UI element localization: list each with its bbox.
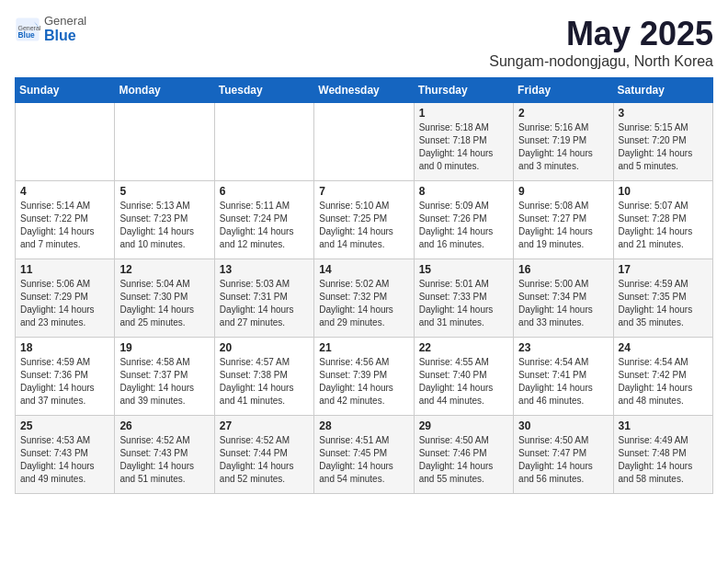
cell-text: Daylight: 14 hours and 35 minutes.	[619, 304, 708, 329]
cell-text: Daylight: 14 hours and 58 minutes.	[619, 460, 708, 486]
day-number: 31	[619, 419, 708, 432]
page-header: General Blue General Blue May 2025 Sunga…	[15, 15, 713, 70]
calendar-cell: 6Sunrise: 5:11 AMSunset: 7:24 PMDaylight…	[214, 181, 313, 259]
calendar-cell: 10Sunrise: 5:07 AMSunset: 7:28 PMDayligh…	[613, 181, 712, 259]
cell-text: Daylight: 14 hours and 29 minutes.	[319, 304, 408, 329]
calendar-cell: 17Sunrise: 4:59 AMSunset: 7:35 PMDayligh…	[613, 259, 712, 338]
cell-text: Sunset: 7:18 PM	[419, 134, 508, 147]
cell-text: Sunset: 7:30 PM	[119, 291, 209, 304]
cell-text: Sunrise: 4:54 AM	[619, 356, 708, 369]
day-number: 1	[419, 107, 508, 120]
calendar-cell: 26Sunrise: 4:52 AMSunset: 7:43 PMDayligh…	[115, 416, 214, 494]
day-number: 9	[518, 185, 608, 198]
calendar-cell	[16, 103, 115, 181]
calendar-cell: 20Sunrise: 4:57 AMSunset: 7:38 PMDayligh…	[214, 338, 313, 416]
calendar-cell: 15Sunrise: 5:01 AMSunset: 7:33 PMDayligh…	[414, 259, 513, 338]
cell-text: Daylight: 14 hours and 3 minutes.	[518, 147, 608, 173]
subtitle: Sungam-nodongjagu, North Korea	[489, 53, 713, 70]
day-header-wednesday: Wednesday	[314, 78, 414, 103]
day-number: 20	[220, 341, 309, 354]
cell-text: Sunrise: 5:18 AM	[419, 121, 508, 134]
day-header-friday: Friday	[514, 78, 613, 103]
cell-text: Sunset: 7:33 PM	[419, 291, 508, 304]
cell-text: Sunrise: 5:14 AM	[20, 200, 109, 213]
cell-text: Sunrise: 4:54 AM	[518, 356, 608, 369]
cell-text: Daylight: 14 hours and 25 minutes.	[119, 304, 209, 329]
day-number: 21	[319, 341, 408, 354]
cell-text: Daylight: 14 hours and 27 minutes.	[220, 304, 309, 329]
week-row-4: 18Sunrise: 4:59 AMSunset: 7:36 PMDayligh…	[16, 338, 713, 416]
day-number: 27	[220, 419, 309, 432]
calendar-body: 1Sunrise: 5:18 AMSunset: 7:18 PMDaylight…	[16, 103, 713, 494]
calendar-cell: 19Sunrise: 4:58 AMSunset: 7:37 PMDayligh…	[115, 338, 214, 416]
cell-text: Sunrise: 5:08 AM	[518, 200, 608, 213]
cell-text: Sunset: 7:43 PM	[20, 447, 109, 460]
day-number: 15	[419, 263, 508, 276]
cell-text: Sunrise: 4:50 AM	[518, 434, 608, 447]
cell-text: Sunset: 7:22 PM	[20, 213, 109, 225]
calendar-cell: 27Sunrise: 4:52 AMSunset: 7:44 PMDayligh…	[214, 416, 313, 494]
cell-text: Sunrise: 5:11 AM	[220, 200, 309, 213]
cell-text: Daylight: 14 hours and 31 minutes.	[419, 304, 508, 329]
cell-text: Daylight: 14 hours and 42 minutes.	[319, 382, 408, 408]
cell-text: Sunrise: 5:07 AM	[619, 200, 708, 213]
cell-text: Sunset: 7:28 PM	[619, 213, 708, 225]
day-header-saturday: Saturday	[613, 78, 712, 103]
calendar-cell: 4Sunrise: 5:14 AMSunset: 7:22 PMDaylight…	[16, 181, 115, 259]
day-number: 22	[419, 341, 508, 354]
cell-text: Sunrise: 5:15 AM	[619, 121, 708, 134]
cell-text: Daylight: 14 hours and 55 minutes.	[419, 460, 508, 486]
calendar-cell: 21Sunrise: 4:56 AMSunset: 7:39 PMDayligh…	[314, 338, 414, 416]
cell-text: Daylight: 14 hours and 48 minutes.	[619, 382, 708, 408]
logo-blue-text: Blue	[44, 28, 86, 44]
logo: General Blue General Blue	[15, 15, 86, 44]
day-number: 17	[619, 263, 708, 276]
day-number: 26	[119, 419, 209, 432]
cell-text: Sunset: 7:40 PM	[419, 369, 508, 382]
calendar-cell: 9Sunrise: 5:08 AMSunset: 7:27 PMDaylight…	[514, 181, 613, 259]
day-number: 24	[619, 341, 708, 354]
calendar-cell: 1Sunrise: 5:18 AMSunset: 7:18 PMDaylight…	[414, 103, 513, 181]
cell-text: Sunrise: 5:04 AM	[119, 278, 209, 291]
cell-text: Daylight: 14 hours and 39 minutes.	[119, 382, 209, 408]
cell-text: Daylight: 14 hours and 41 minutes.	[220, 382, 309, 408]
cell-text: Sunrise: 5:02 AM	[319, 278, 408, 291]
cell-text: Sunrise: 4:51 AM	[319, 434, 408, 447]
day-number: 10	[619, 185, 708, 198]
cell-text: Sunset: 7:32 PM	[319, 291, 408, 304]
cell-text: Sunset: 7:23 PM	[119, 213, 209, 225]
day-number: 16	[518, 263, 608, 276]
cell-text: Sunset: 7:19 PM	[518, 134, 608, 147]
title-block: May 2025 Sungam-nodongjagu, North Korea	[489, 15, 713, 70]
cell-text: Sunset: 7:47 PM	[518, 447, 608, 460]
day-header-thursday: Thursday	[414, 78, 513, 103]
cell-text: Sunset: 7:25 PM	[319, 213, 408, 225]
cell-text: Sunset: 7:31 PM	[220, 291, 309, 304]
calendar-cell: 24Sunrise: 4:54 AMSunset: 7:42 PMDayligh…	[613, 338, 712, 416]
day-number: 2	[518, 107, 608, 120]
day-number: 6	[220, 185, 309, 198]
cell-text: Sunset: 7:44 PM	[220, 447, 309, 460]
logo-general-text: General	[44, 15, 86, 28]
calendar-cell: 8Sunrise: 5:09 AMSunset: 7:26 PMDaylight…	[414, 181, 513, 259]
cell-text: Sunset: 7:37 PM	[119, 369, 209, 382]
calendar-cell: 13Sunrise: 5:03 AMSunset: 7:31 PMDayligh…	[214, 259, 313, 338]
cell-text: Sunrise: 4:52 AM	[119, 434, 209, 447]
cell-text: Sunset: 7:39 PM	[319, 369, 408, 382]
cell-text: Daylight: 14 hours and 49 minutes.	[20, 460, 109, 486]
cell-text: Sunset: 7:46 PM	[419, 447, 508, 460]
cell-text: Sunrise: 5:09 AM	[419, 200, 508, 213]
cell-text: Sunrise: 4:58 AM	[119, 356, 209, 369]
cell-text: Daylight: 14 hours and 19 minutes.	[518, 225, 608, 251]
cell-text: Sunrise: 5:06 AM	[20, 278, 109, 291]
cell-text: Sunset: 7:26 PM	[419, 213, 508, 225]
cell-text: Sunrise: 5:00 AM	[518, 278, 608, 291]
cell-text: Sunrise: 4:57 AM	[220, 356, 309, 369]
week-row-2: 4Sunrise: 5:14 AMSunset: 7:22 PMDaylight…	[16, 181, 713, 259]
week-row-1: 1Sunrise: 5:18 AMSunset: 7:18 PMDaylight…	[16, 103, 713, 181]
header-row: SundayMondayTuesdayWednesdayThursdayFrid…	[16, 78, 713, 103]
cell-text: Daylight: 14 hours and 7 minutes.	[20, 225, 109, 251]
calendar-cell: 5Sunrise: 5:13 AMSunset: 7:23 PMDaylight…	[115, 181, 214, 259]
day-number: 29	[419, 419, 508, 432]
logo-text: General Blue	[44, 15, 86, 44]
